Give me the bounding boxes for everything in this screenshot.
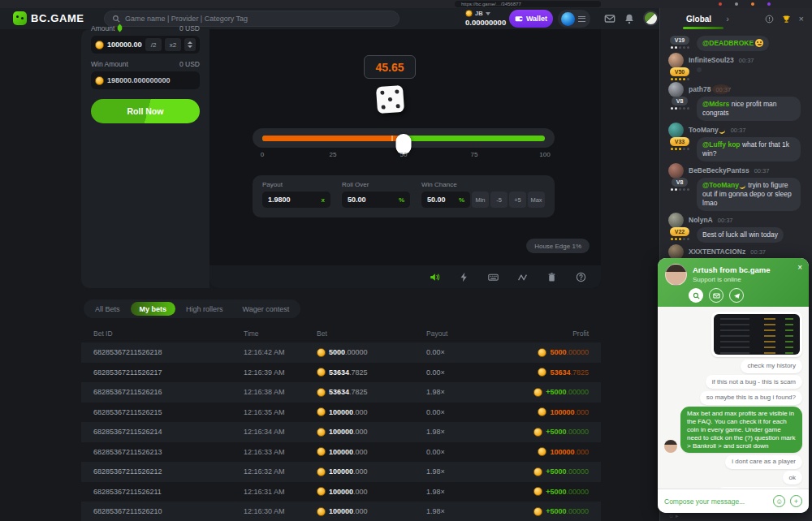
clear-trash-icon[interactable] (546, 272, 557, 282)
double-bet-button[interactable]: x2 (165, 38, 181, 51)
chat-timestamp: 00:37 (731, 127, 746, 134)
chat-message: NolynA 00:37 V22 Best of luck all win to… (667, 214, 806, 243)
amount-stepper[interactable] (184, 38, 196, 51)
coin-icon (533, 487, 542, 496)
table-row[interactable]: 68285367211526212 12:16:32 AM 100000.000… (81, 462, 601, 482)
tab-high-rollers[interactable]: High rollers (177, 302, 232, 316)
chat-input-strip[interactable]: ☺ ▸ (660, 513, 812, 521)
avatar[interactable] (668, 53, 684, 68)
coin-icon (533, 388, 542, 397)
table-row[interactable]: 68285367211526216 12:16:38 AM 53634.7825… (81, 382, 601, 403)
chat-username[interactable]: NolynA (689, 216, 713, 224)
hotkeys-keyboard-icon[interactable] (488, 272, 499, 282)
support-message-input[interactable] (664, 497, 768, 506)
support-messages: check my historyif this not a bug - this… (658, 307, 809, 489)
chat-username[interactable]: TooMany (689, 126, 726, 134)
bet-amount: 53634.7825 (317, 368, 426, 377)
chat-username[interactable]: path78 (689, 85, 710, 93)
support-message-user: i dont care as a player (664, 455, 802, 469)
bet-amount: 100000.000 (317, 487, 426, 496)
bet-profit: +5000.00000 (520, 467, 589, 476)
roll-slider[interactable] (253, 128, 555, 148)
support-telegram-button[interactable] (729, 288, 744, 303)
dice-logo-icon (13, 11, 27, 25)
browser-url[interactable]: https://bc.game/…/3456877 (455, 1, 601, 7)
avatar[interactable] (668, 213, 684, 228)
game-toolbar (209, 265, 601, 288)
support-search-button[interactable] (689, 288, 703, 303)
avatar[interactable] (668, 82, 684, 97)
col-bet-id: Bet ID (93, 329, 244, 338)
support-image-bets-history-screenshot[interactable] (711, 312, 802, 357)
emoji-picker-icon[interactable]: ☺ (773, 495, 785, 507)
coin-icon (538, 368, 546, 377)
table-row[interactable]: 68285367211526218 12:16:42 AM 5000.00000… (81, 342, 601, 363)
support-header: Artush from bc.game Support is online × (658, 258, 809, 307)
win-amount-input[interactable]: 198000.000000000 (91, 71, 200, 89)
mail-icon (713, 292, 720, 299)
max-chance-button[interactable]: Max (528, 192, 545, 208)
col-time: Time (244, 329, 317, 338)
roll-now-button[interactable]: Roll Now (91, 99, 200, 123)
avatar[interactable] (668, 163, 684, 179)
table-row[interactable]: 68285367211526213 12:16:33 AM 100000.000… (81, 442, 601, 463)
table-row[interactable]: 68285367211526214 12:16:34 AM 100000.000… (81, 422, 601, 442)
half-bet-button[interactable]: /2 (145, 38, 162, 51)
plus5-chance-button[interactable]: +5 (509, 192, 526, 208)
support-bubble: i dont care as a player (725, 455, 802, 469)
bet-amount-input[interactable]: 100000.00000000 /2 x2 (91, 36, 200, 54)
mention-link[interactable]: @TooMany (702, 181, 739, 189)
col-bet: Bet (317, 329, 426, 338)
tab-my-bets[interactable]: My bets (131, 302, 176, 316)
tab-wager-contest[interactable]: Wager contest (234, 302, 299, 316)
win-chance-input[interactable]: 50.00 % (421, 192, 470, 208)
mention-link[interactable]: @Luffy kop (702, 140, 741, 149)
chat-username[interactable]: InfiniteSoul23 (689, 56, 734, 64)
profile-avatar[interactable] (643, 11, 659, 26)
support-agent-avatar[interactable] (665, 264, 687, 286)
turbo-lightning-icon[interactable] (459, 272, 469, 282)
bet-id: 68285367211526213 (93, 448, 244, 456)
browser-extension-icon[interactable] (735, 2, 738, 6)
chat-room-selector[interactable]: Global (686, 15, 711, 24)
chevron-right-icon[interactable]: › (726, 14, 729, 24)
close-support-icon[interactable]: × (797, 263, 802, 272)
trends-icon[interactable] (517, 272, 528, 282)
table-row[interactable]: 68285367211526210 12:16:30 AM 100000.000… (81, 502, 601, 521)
user-menu[interactable] (558, 10, 590, 28)
mention-link[interactable]: @DEADBROKE (702, 39, 754, 47)
table-row[interactable]: 68285367211526211 12:16:31 AM 100000.000… (81, 482, 601, 502)
level-badge: V19 (670, 36, 689, 45)
attach-icon[interactable]: + (790, 495, 802, 507)
sound-icon[interactable] (430, 272, 440, 282)
chat-username[interactable]: XXXTENTACIONz (689, 248, 745, 256)
table-row[interactable]: 68285367211526217 12:16:39 AM 53634.7825… (81, 363, 601, 383)
browser-extension-icon[interactable] (751, 2, 754, 6)
chat-username[interactable]: BeBeBeckyPantss (689, 166, 749, 174)
browser-extension-icon[interactable] (719, 2, 722, 6)
table-row[interactable]: 68285367211526215 12:16:35 AM 100000.000… (81, 403, 601, 423)
balance-selector[interactable]: JB 0.00000000 (465, 10, 514, 27)
minus5-chance-button[interactable]: -5 (490, 192, 508, 208)
browser-extension-icon[interactable] (767, 2, 771, 6)
bet-amount: 100000.000 (317, 467, 426, 476)
roll-over-input[interactable]: 50.00 % (342, 192, 410, 208)
bc-game-app: https://bc.game/…/3456877 BC.GAME JB 0.0… (0, 0, 812, 521)
amount-usd: 0 USD (179, 24, 200, 32)
close-chat-icon[interactable]: × (799, 14, 804, 24)
trophy-icon[interactable] (782, 15, 791, 24)
mention-link[interactable]: @Mdsrs (702, 100, 729, 108)
wallet-button[interactable]: Wallet (509, 10, 553, 28)
bell-icon[interactable] (624, 13, 635, 24)
avatar[interactable] (668, 123, 684, 138)
chat-rules-icon[interactable] (765, 15, 774, 24)
chat-message: V19 @DEADBROKE (667, 36, 806, 51)
tab-all-bets[interactable]: All Bets (86, 302, 129, 316)
mail-icon[interactable] (604, 13, 615, 24)
min-chance-button[interactable]: Min (472, 192, 489, 208)
support-email-button[interactable] (709, 288, 723, 303)
search-input[interactable] (125, 15, 391, 23)
help-icon[interactable] (576, 272, 586, 282)
bcgame-logo[interactable]: BC.GAME (13, 11, 84, 25)
payout-input[interactable]: 1.9800 x (262, 192, 330, 208)
